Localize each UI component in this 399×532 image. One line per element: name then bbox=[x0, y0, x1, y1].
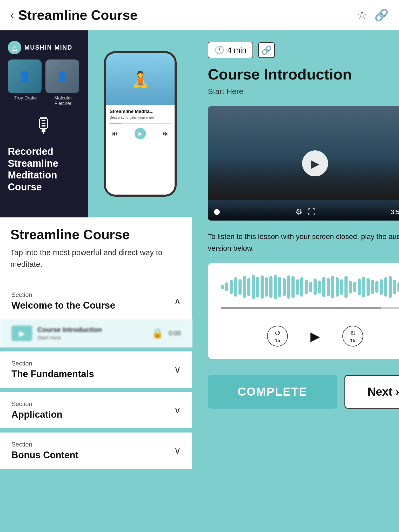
host-photo-malcolm: 👤 bbox=[45, 59, 79, 93]
video-play-button[interactable]: ▶ bbox=[302, 150, 328, 176]
waveform-bar bbox=[389, 276, 392, 298]
phone-track-title: Streamline Medita... bbox=[110, 109, 171, 114]
bookmark-icon[interactable]: ☆ bbox=[357, 8, 367, 22]
main-content: △ MUSHIN MIND 👤 Troy Drake 👤 Malcolm Fle… bbox=[0, 30, 399, 525]
meta-bar: 🕐 4 min 🔗 bbox=[208, 42, 399, 58]
section-title-4: Bonus Content bbox=[11, 450, 78, 461]
lesson-subtitle-text: Start Here bbox=[37, 335, 147, 341]
next-track-icon[interactable]: ⏭ bbox=[163, 130, 169, 137]
lesson-title-heading: Course Introduction bbox=[208, 65, 399, 83]
link-copy-button[interactable]: 🔗 bbox=[258, 42, 275, 58]
waveform-bar bbox=[287, 275, 290, 299]
lesson-info: Course Introduction Start Here bbox=[37, 326, 147, 341]
audio-progress-fill bbox=[221, 307, 381, 309]
section-welcome-header[interactable]: Section Welcome to the Course ∧ bbox=[0, 283, 192, 319]
waveform-bar bbox=[296, 279, 299, 295]
forward-button[interactable]: ↻ 15 bbox=[342, 326, 363, 347]
phone-mockup: 🧘 Streamline Medita... Best way to calm … bbox=[104, 51, 177, 197]
waveform-bar bbox=[309, 282, 312, 292]
waveform-bar bbox=[336, 277, 339, 297]
waveform bbox=[221, 274, 399, 300]
waveform-bar bbox=[367, 278, 370, 296]
video-player[interactable]: ▶ ⚙ ⛶ 3:57 🔊 bbox=[208, 106, 399, 221]
section-title-2: The Fundamentals bbox=[11, 369, 94, 380]
section-chevron-4: ∨ bbox=[174, 445, 181, 456]
video-left-controls bbox=[214, 209, 220, 215]
waveform-bar bbox=[375, 281, 378, 293]
rewind-button[interactable]: ↺ 15 bbox=[267, 326, 288, 347]
waveform-bar bbox=[305, 280, 308, 294]
waveform-bar bbox=[380, 279, 383, 295]
sections-list: Section Welcome to the Course ∧ ▶ Course… bbox=[0, 283, 192, 525]
microphone-icon: 🎙 bbox=[8, 114, 81, 138]
audio-play-button[interactable]: ▶ bbox=[303, 324, 327, 348]
waveform-bar bbox=[353, 282, 356, 292]
waveform-bar bbox=[300, 277, 303, 297]
section-application-header[interactable]: Section Application ∨ bbox=[0, 392, 192, 428]
course-info: Streamline Course Tap into the most powe… bbox=[0, 217, 192, 283]
complete-button[interactable]: COMPLETE bbox=[208, 375, 337, 409]
forward-icon: ↻ bbox=[350, 329, 356, 337]
audio-player: --:-- ↺ 15 ▶ ↻ 15 bbox=[208, 263, 399, 359]
left-column: △ MUSHIN MIND 👤 Troy Drake 👤 Malcolm Fle… bbox=[0, 30, 192, 525]
waveform-bar bbox=[238, 279, 242, 295]
phone-player: Streamline Medita... Best way to calm yo… bbox=[106, 105, 175, 195]
waveform-bar bbox=[362, 277, 365, 297]
section-bonus-header[interactable]: Section Bonus Content ∨ bbox=[0, 433, 192, 469]
next-label: Next bbox=[368, 385, 392, 398]
section-label-4: Section bbox=[11, 441, 78, 448]
audio-time-display: --:-- bbox=[221, 311, 399, 318]
waveform-bar bbox=[243, 276, 246, 298]
waveform-bar bbox=[247, 278, 250, 296]
waveform-bar bbox=[221, 285, 224, 289]
waveform-bar bbox=[371, 280, 374, 294]
waveform-bar bbox=[384, 277, 387, 297]
waveform-bar bbox=[314, 278, 317, 295]
next-arrow-icon: › bbox=[395, 385, 399, 398]
audio-description: To listen to this lesson with your scree… bbox=[208, 231, 399, 254]
section-label-3: Section bbox=[11, 400, 62, 408]
phone-image-area: 🧘 bbox=[106, 53, 175, 105]
app-header: ‹ Streamline Course ☆ 🔗 bbox=[0, 0, 399, 30]
waveform-bar bbox=[283, 278, 286, 296]
hero-right-panel: 🧘 Streamline Medita... Best way to calm … bbox=[88, 30, 192, 217]
start-here-label: Start Here bbox=[208, 87, 399, 96]
hero-left-title: Recorded Streamline Meditation Course bbox=[8, 146, 81, 193]
audio-progress-bar[interactable] bbox=[221, 307, 399, 309]
video-fullscreen-icon[interactable]: ⛶ bbox=[308, 208, 315, 216]
waveform-bar bbox=[265, 277, 268, 297]
section-welcome: Section Welcome to the Course ∧ ▶ Course… bbox=[0, 283, 192, 347]
hero-left-panel: △ MUSHIN MIND 👤 Troy Drake 👤 Malcolm Fle… bbox=[0, 30, 88, 217]
lesson-thumbnail: ▶ bbox=[11, 325, 32, 341]
waveform-bar bbox=[278, 277, 281, 297]
next-button[interactable]: Next › bbox=[344, 375, 399, 409]
video-scrubber-dot[interactable] bbox=[214, 209, 220, 215]
lesson-duration: 0:00 bbox=[169, 330, 181, 337]
waveform-bar bbox=[252, 275, 255, 299]
course-description: Tap into the most powerful and direct wa… bbox=[10, 247, 182, 270]
video-time: 3:57 bbox=[391, 208, 399, 216]
duration-text: 4 min bbox=[227, 46, 246, 55]
rewind-icon: ↺ bbox=[275, 329, 281, 337]
share-link-icon[interactable]: 🔗 bbox=[374, 8, 389, 22]
section-fundamentals-header[interactable]: Section The Fundamentals ∨ bbox=[0, 351, 192, 388]
waveform-bar bbox=[230, 280, 233, 294]
section-chevron-2: ∨ bbox=[174, 364, 181, 375]
video-controls-bar: ⚙ ⛶ 3:57 🔊 bbox=[208, 203, 399, 221]
waveform-bar bbox=[358, 278, 361, 295]
lesson-item-intro[interactable]: ▶ Course Introduction Start Here 🔒 0:00 bbox=[0, 319, 192, 347]
section-application: Section Application ∨ bbox=[0, 392, 192, 428]
prev-track-icon[interactable]: ⏮ bbox=[112, 130, 118, 137]
phone-play-button[interactable]: ▶ bbox=[135, 128, 146, 139]
section-label-2: Section bbox=[11, 360, 94, 367]
forward-number: 15 bbox=[350, 338, 355, 343]
video-settings-icon[interactable]: ⚙ bbox=[295, 207, 302, 216]
section-bonus-text: Section Bonus Content bbox=[11, 441, 78, 461]
phone-progress-fill bbox=[110, 123, 122, 124]
back-button[interactable]: ‹ bbox=[10, 9, 14, 21]
logo-icon: △ bbox=[8, 41, 21, 54]
phone-track-sub: Best way to calm your mind bbox=[110, 115, 171, 119]
waveform-bar bbox=[225, 282, 228, 291]
mushin-logo: △ MUSHIN MIND bbox=[8, 41, 81, 54]
waveform-bar bbox=[234, 277, 237, 297]
